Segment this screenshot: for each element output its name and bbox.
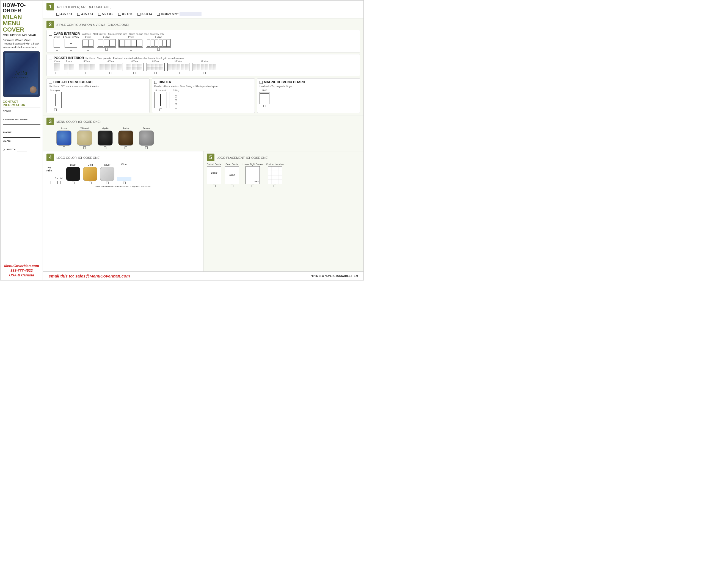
placement-dead[interactable]: Dead Center LOGO <box>225 163 239 187</box>
color-mystic-check[interactable] <box>104 147 106 149</box>
logo-black-item[interactable]: Black <box>66 164 80 184</box>
card-interior-checkbox[interactable] <box>49 33 52 36</box>
email-field[interactable]: EMAIL: <box>3 139 40 146</box>
custom-size-input[interactable] <box>180 12 202 16</box>
binder-screwpost-check[interactable] <box>159 109 162 111</box>
chicago-checkbox[interactable] <box>49 81 52 84</box>
placement-optical[interactable]: Optical Center LOGO <box>207 163 222 187</box>
card-1panel2view[interactable]: 1 Panel - 2 View ↔ <box>63 36 79 51</box>
color-azure-check[interactable] <box>63 147 65 149</box>
card-4view-check[interactable] <box>130 48 132 51</box>
size-425x14[interactable]: 4.25 X 14 <box>77 13 93 16</box>
placement-custom[interactable]: Custom Location <box>266 163 284 187</box>
quantity-input[interactable] <box>17 148 27 151</box>
quantity-row[interactable]: QUANTITY: <box>3 148 40 151</box>
pocket-8view[interactable]: 8 View <box>147 60 165 74</box>
size-85x14-checkbox[interactable] <box>137 13 140 16</box>
pocket-10view[interactable]: 10 View <box>167 60 189 74</box>
pocket-4view-check[interactable] <box>109 72 112 74</box>
logo-other-check[interactable] <box>123 182 126 184</box>
logo-gold-item[interactable]: Gold <box>83 164 97 184</box>
placement-lower-right[interactable]: Lower Right Corner LOGO <box>242 163 263 187</box>
color-petra[interactable]: Petra <box>118 127 133 149</box>
pocket-8view-check[interactable] <box>154 72 157 74</box>
restaurant-field[interactable]: RESTAURANT NAME: <box>3 118 40 129</box>
placement-custom-check[interactable] <box>274 185 276 187</box>
placement-optical-check[interactable] <box>213 185 216 187</box>
card-6view-check[interactable] <box>157 48 160 51</box>
pocket-3view-check[interactable] <box>86 72 88 74</box>
color-mineral[interactable]: *Mineral <box>77 127 92 149</box>
pocket-1view-check[interactable] <box>56 72 58 74</box>
phone-input[interactable] <box>3 134 40 138</box>
card-1view-check[interactable] <box>56 48 58 51</box>
card-6view[interactable]: 6 View <box>146 36 171 51</box>
color-smoke-swatch[interactable] <box>139 131 154 146</box>
pocket-10view-check[interactable] <box>177 72 180 74</box>
magnetic-mmb[interactable]: MMB <box>260 89 269 107</box>
color-mineral-check[interactable] <box>83 147 86 149</box>
color-smoke[interactable]: Smoke <box>139 127 154 149</box>
phone-field[interactable]: PHONE: <box>3 131 40 138</box>
email-input[interactable] <box>3 142 40 146</box>
card-3view[interactable]: 3 View <box>97 36 116 51</box>
burnish-item[interactable]: Burnish <box>55 177 64 184</box>
logo-gold-check[interactable] <box>89 182 92 184</box>
logo-black-check[interactable] <box>72 182 75 184</box>
logo-other-input[interactable] <box>117 177 131 181</box>
color-mystic[interactable]: Mystic <box>98 127 113 149</box>
size-425x14-checkbox[interactable] <box>77 13 80 16</box>
logo-silver-item[interactable]: Silver <box>100 164 114 184</box>
pocket-2view[interactable]: 2 view <box>63 60 75 74</box>
color-petra-check[interactable] <box>125 147 127 149</box>
logo-silver-swatch[interactable] <box>100 167 114 181</box>
card-4view[interactable]: 4 View <box>118 36 143 51</box>
custom-size[interactable]: Custom Size* <box>157 12 202 16</box>
custom-size-checkbox[interactable] <box>157 13 160 16</box>
logo-silver-check[interactable] <box>106 182 109 184</box>
size-55x85[interactable]: 5.5 X 8.5 <box>98 13 113 16</box>
placement-lower-right-check[interactable] <box>252 185 254 187</box>
logo-other-item[interactable]: Other <box>117 163 131 184</box>
logo-black-swatch[interactable] <box>66 167 80 181</box>
pocket-3view[interactable]: 3 View <box>78 60 96 74</box>
card-1panel2view-check[interactable] <box>70 48 72 51</box>
chicago-screwpost[interactable]: Screwpost <box>49 89 62 111</box>
color-mineral-swatch[interactable] <box>77 131 92 146</box>
size-85x14[interactable]: 8.5 X 14 <box>137 13 152 16</box>
placement-dead-check[interactable] <box>231 185 233 187</box>
pocket-12view[interactable]: 12 View <box>192 60 217 74</box>
restaurant-input[interactable] <box>3 121 40 125</box>
color-azure[interactable]: Azure <box>56 127 71 149</box>
pocket-1view[interactable]: 1 View <box>54 60 60 74</box>
no-print-check[interactable] <box>48 181 51 184</box>
magnetic-checkbox[interactable] <box>260 81 263 84</box>
no-print-item[interactable]: NoPrint <box>46 166 52 184</box>
binder-screwpost[interactable]: Screwpost <box>154 89 167 111</box>
pocket-6view[interactable]: 6 View <box>126 60 144 74</box>
magnetic-mmb-check[interactable] <box>263 105 266 107</box>
pocket-12view-check[interactable] <box>203 72 206 74</box>
chicago-screwpost-check[interactable] <box>54 109 57 111</box>
binder-3ring-check[interactable] <box>175 109 177 111</box>
name-field[interactable]: NAME: <box>3 109 40 116</box>
logo-gold-swatch[interactable] <box>83 167 97 181</box>
size-85x11[interactable]: 8.5 X 11 <box>118 13 133 16</box>
pocket-2view-check[interactable] <box>68 72 70 74</box>
name-input[interactable] <box>3 112 40 116</box>
size-425x11[interactable]: 4.25 X 11 <box>56 13 72 16</box>
color-mystic-swatch[interactable] <box>98 131 113 146</box>
binder-checkbox[interactable] <box>154 81 157 84</box>
size-425x11-checkbox[interactable] <box>56 13 59 16</box>
card-2view[interactable]: 2 View <box>82 36 94 51</box>
card-3view-check[interactable] <box>105 48 108 51</box>
card-1view[interactable]: 1 View <box>54 36 60 51</box>
size-55x85-checkbox[interactable] <box>98 13 101 16</box>
binder-3ring[interactable]: 3 Ring <box>170 89 182 111</box>
pocket-6view-check[interactable] <box>133 72 136 74</box>
color-smoke-check[interactable] <box>145 147 148 149</box>
card-2view-check[interactable] <box>87 48 89 51</box>
burnish-check[interactable] <box>57 181 60 184</box>
color-petra-swatch[interactable] <box>118 131 133 146</box>
color-azure-swatch[interactable] <box>56 131 71 146</box>
